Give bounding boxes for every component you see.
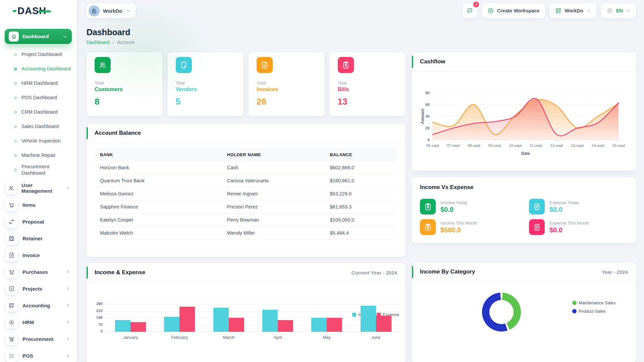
stat-card-label: Customers (95, 86, 154, 93)
bar-expense-january[interactable] (130, 322, 146, 332)
donut-ring[interactable] (482, 293, 521, 331)
table-row[interactable]: Quantum Trust BankCarissa Valenzuela$160… (95, 174, 397, 187)
sidebar-item-label: CRM Dashboard (21, 109, 58, 115)
ive-item-expense-this-month: Expense This Month$0.0 (529, 219, 628, 235)
bar-groups (106, 304, 400, 332)
sidebar-item-machine-repair[interactable]: Machine Repair (0, 148, 76, 163)
workspace-menu-button[interactable]: WorkDo (550, 3, 596, 18)
clipboard-dollar-icon (420, 219, 436, 235)
receipt-icon (529, 219, 545, 235)
sidebar-item-hrm-dashboard[interactable]: HRM Dashboard (0, 76, 76, 90)
x-tick-label: June (352, 335, 400, 340)
sidebar-item-sales-dashboard[interactable]: Sales Dashboard (0, 119, 76, 134)
stat-card-bills[interactable]: TotalBills13 (330, 52, 406, 116)
sidebar-item-label: Invoice (22, 252, 40, 258)
invoices-icon (257, 57, 273, 73)
table-cell: $602,888.0 (325, 161, 397, 174)
income-by-category-year: Year - 2024 (602, 269, 628, 275)
svg-text:10-sept: 10-sept (509, 143, 522, 147)
stat-card-value: 5 (176, 97, 235, 107)
sidebar-item-label: HRM Dashboard (21, 80, 58, 86)
ive-item-income-today: Income Today$0.0 (420, 199, 519, 215)
sidebar-item-pos-dashboard[interactable]: POS Dashboard (0, 90, 76, 105)
table-row[interactable]: Malcolm WelchWendy Miller$5,484.4 (95, 227, 397, 240)
bar-income-april[interactable] (262, 310, 278, 332)
table-row[interactable]: Sapphire FinancePreston Perez$81,653.3 (95, 200, 397, 214)
table-cell: Melissa Gomez (95, 187, 222, 200)
chat-icon (467, 7, 473, 14)
chevron-down-icon (62, 34, 68, 39)
breadcrumb-link-dashboard[interactable]: Dashboard (87, 40, 110, 45)
stat-card-customers[interactable]: TotalCustomers8 (87, 52, 162, 116)
sidebar: DASH Dashboard Project DashboardAccounti… (0, 0, 76, 362)
sidebar-item-procurement[interactable]: Procurement (0, 330, 76, 347)
table-row[interactable]: Melissa GomezRenee Ingram$53,229.0 (95, 187, 397, 200)
language-button[interactable]: EN (601, 3, 636, 18)
messages-button[interactable]: 0 (463, 3, 477, 18)
sidebar-item-label: User Management (21, 182, 61, 194)
sidebar-item-procurement-dashboard[interactable]: Procurement Dashboard (0, 163, 76, 177)
sidebar-item-items[interactable]: Items (0, 196, 76, 213)
bar-income-may[interactable] (311, 318, 327, 332)
sidebar-item-project-dashboard[interactable]: Project Dashboard (0, 47, 76, 62)
stat-card-label: Bills (338, 86, 397, 93)
income-vs-expense-title: Income Vs Expense (420, 184, 628, 191)
floppy-icon (5, 232, 18, 245)
grid-plus-icon (5, 299, 18, 312)
bar-expense-may[interactable] (327, 318, 342, 332)
sidebar-item-pos[interactable]: POS (0, 347, 76, 362)
chevron-right-icon (66, 286, 70, 291)
income-expense-title: Income & Expense (95, 269, 145, 276)
bills-icon (338, 57, 354, 73)
bullet-icon (14, 154, 17, 157)
stat-card-invoices[interactable]: TotalInvoices26 (249, 52, 324, 116)
svg-text:07-sept: 07-sept (447, 143, 460, 147)
ive-label: Expense This Month (549, 221, 589, 226)
sidebar-item-invoice[interactable]: Invoice (0, 247, 76, 263)
bar-income-march[interactable] (213, 308, 229, 332)
sidebar-item-hrm[interactable]: HRM (0, 314, 76, 330)
stat-card-vendors[interactable]: TotalVendors5 (168, 52, 244, 116)
bar-expense-june[interactable] (376, 316, 391, 332)
bar-expense-march[interactable] (229, 318, 244, 332)
table-row[interactable]: Katelyn CooperPerry Bowman$105,050.0 (95, 214, 397, 227)
sidebar-item-vehicle-inspection[interactable]: Vehicle Inspection (0, 134, 76, 148)
chevron-right-icon (66, 337, 70, 341)
customers-icon (95, 57, 111, 73)
chevron-right-icon (66, 269, 70, 274)
income-by-category-title: Income By Category (420, 268, 475, 275)
sidebar-item-purchases[interactable]: Purchases (0, 263, 76, 280)
create-workspace-button[interactable]: Create Workspace (482, 3, 545, 18)
sidebar-item-proposal[interactable]: Proposal (0, 213, 76, 230)
sidebar-item-crm-dashboard[interactable]: CRM Dashboard (0, 105, 76, 119)
sidebar-item-retainer[interactable]: Retainer (0, 230, 76, 247)
x-tick-label: April (253, 335, 302, 340)
bar-expense-february[interactable] (179, 307, 195, 332)
brand-logo[interactable]: DASH (17, 5, 46, 16)
sidebar-item-label: Items (22, 202, 36, 208)
cashflow-chart: 02040608006-sept07-sept08-sept09-sept10-… (420, 75, 629, 159)
card-accent-bar (412, 266, 413, 278)
account-balance-card: Account Balance BANKHOLDER NAMEBALANCE H… (87, 124, 405, 257)
table-cell: Quantum Trust Bank (95, 174, 222, 187)
bar-income-january[interactable] (115, 320, 130, 332)
bar-income-june[interactable] (361, 306, 376, 332)
sidebar-item-user-management[interactable]: User Management (0, 180, 76, 196)
bar-income-february[interactable] (164, 317, 179, 332)
stat-cards-row: TotalCustomers8TotalVendors5TotalInvoice… (87, 52, 405, 116)
svg-text:20: 20 (425, 126, 430, 130)
workspace-chip[interactable]: WorkDo (87, 3, 136, 18)
bar-expense-april[interactable] (278, 320, 293, 332)
table-cell: Malcolm Welch (95, 227, 222, 240)
bullet-icon (14, 53, 17, 56)
table-row[interactable]: Horizon BankCash$602,888.0 (95, 161, 397, 174)
sidebar-item-accounting[interactable]: Accounting (0, 297, 76, 314)
cashflow-card: Cashflow 02040608006-sept07-sept08-sep (412, 52, 636, 171)
sidebar-item-dashboard[interactable]: Dashboard (5, 29, 72, 44)
sidebar-item-accounting-dashboard[interactable]: Accounting Dashboard (0, 62, 76, 76)
workspace-chip-label: WorkDo (103, 8, 122, 14)
card-accent-bar (87, 127, 88, 139)
sidebar-item-projects[interactable]: Projects (0, 280, 76, 297)
workspace-avatar (89, 5, 100, 16)
svg-text:13-sept: 13-sept (571, 143, 584, 147)
